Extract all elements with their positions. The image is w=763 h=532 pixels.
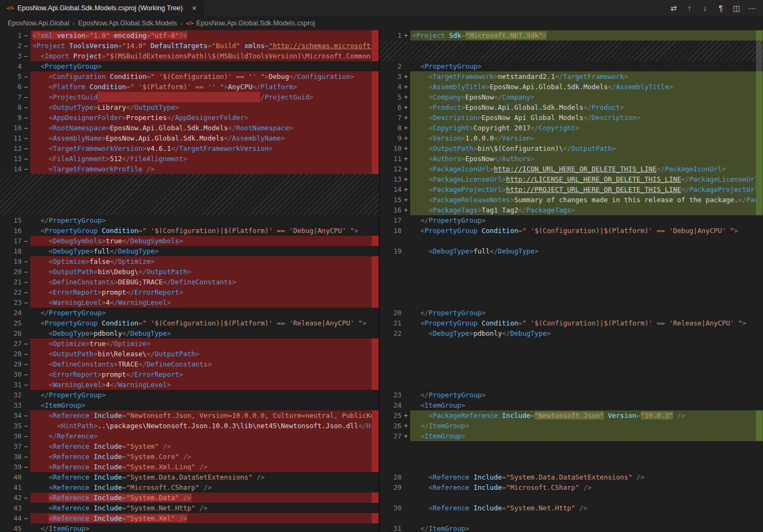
line-number[interactable]: 15 xyxy=(380,195,402,205)
line-number[interactable]: 24 xyxy=(0,308,22,318)
code-text[interactable]: <ItemGroup> xyxy=(30,400,379,410)
line-number[interactable]: 45 xyxy=(0,523,22,532)
code-line-14[interactable]: 14− <TargetFrameworkProfile /> xyxy=(0,164,379,174)
code-line-44[interactable]: 44− <Reference Include="System.Xml" /> xyxy=(0,513,379,523)
code-line-9[interactable]: 9+ <Version>1.0.0.0</Version> xyxy=(380,133,763,143)
code-line-26[interactable]: 26+ </ItemGroup> xyxy=(380,421,763,431)
line-number[interactable]: 2 xyxy=(0,41,22,51)
line-number[interactable]: 25 xyxy=(0,318,22,328)
line-number[interactable]: 23 xyxy=(380,390,402,400)
code-line-40[interactable]: 40 <Reference Include="System.Data.DataS… xyxy=(0,472,379,482)
line-number[interactable]: 9 xyxy=(380,133,402,143)
code-line-43[interactable]: 43 <Reference Include="System.Net.Http" … xyxy=(0,503,379,513)
code-text[interactable]: </ItemGroup> xyxy=(30,523,379,532)
line-number[interactable]: 32 xyxy=(0,390,22,400)
code-text[interactable]: <Reference Include="System.Data.DataSetE… xyxy=(410,472,763,482)
split-editor-icon[interactable]: ◫ xyxy=(731,4,742,12)
code-text[interactable]: <ProjectGuid/ProjectGuid> xyxy=(30,92,379,102)
line-number[interactable]: 16 xyxy=(380,205,402,215)
line-number[interactable]: 14 xyxy=(380,184,402,195)
code-line-31[interactable]: 31 </ItemGroup> xyxy=(380,523,763,532)
close-tab-icon[interactable]: × xyxy=(192,4,196,12)
code-text[interactable]: </PropertyGroup> xyxy=(30,308,379,318)
line-number[interactable]: 15 xyxy=(0,215,22,225)
code-line-16[interactable]: 16 <PropertyGroup Condition=" '$(Configu… xyxy=(0,225,379,236)
code-text[interactable]: <PropertyGroup Condition=" '$(Configurat… xyxy=(30,318,379,328)
code-line-30[interactable]: 30− <ErrorReport>prompt</ErrorReport> xyxy=(0,369,379,380)
code-text[interactable]: <OutputPath>bin\Debug\</OutputPath> xyxy=(30,267,379,277)
code-line-21[interactable]: 21− <DefineConstants>DEBUG;TRACE</Define… xyxy=(0,277,379,287)
code-line-7[interactable]: 7+ <Description>EposNow Api Global Model… xyxy=(380,112,763,123)
line-number[interactable]: 8 xyxy=(380,123,402,133)
line-number[interactable]: 21 xyxy=(380,318,402,328)
code-text[interactable]: <DefineConstants>DEBUG;TRACE</DefineCons… xyxy=(30,277,379,287)
line-number[interactable]: 4 xyxy=(0,61,22,71)
code-line-22[interactable]: 22− <ErrorReport>prompt</ErrorReport> xyxy=(0,287,379,297)
code-text[interactable]: <Reference Include="System.Net.Http" /> xyxy=(410,503,763,513)
line-number[interactable]: 42 xyxy=(0,493,22,503)
code-line-35[interactable]: 35− <HintPath>..\packages\Newtonsoft.Jso… xyxy=(0,421,379,431)
code-line-1[interactable]: 1−<?xml version="1.0" encoding="utf-8"?> xyxy=(0,30,379,41)
code-text[interactable]: <Reference Include="Microsoft.CSharp" /> xyxy=(30,482,379,493)
line-number[interactable]: 43 xyxy=(0,503,22,513)
code-text[interactable]: </PropertyGroup> xyxy=(30,390,379,400)
code-text[interactable]: <PropertyGroup Condition=" '$(Configurat… xyxy=(410,318,763,328)
code-line-27[interactable]: 27− <Optimize>true</Optimize> xyxy=(0,338,379,349)
code-line-25[interactable]: 25 <PropertyGroup Condition=" '$(Configu… xyxy=(0,318,379,328)
code-text[interactable]: <PropertyGroup Condition=" '$(Configurat… xyxy=(410,225,763,236)
line-number[interactable]: 24 xyxy=(380,400,402,410)
code-text[interactable]: <HintPath>..\packages\Newtonsoft.Json.10… xyxy=(30,421,379,431)
code-text[interactable]: <Optimize>true</Optimize> xyxy=(30,338,379,349)
code-line-1[interactable]: 1+<Project Sdk="Microsoft.NET.Sdk"> xyxy=(380,30,763,41)
code-line-2[interactable]: 2 <PropertyGroup> xyxy=(380,61,763,71)
code-text[interactable]: <RootNamespace>EposNow.Api.Global.Sdk.Mo… xyxy=(30,123,379,133)
code-line-27[interactable]: 27+ <ItemGroup> xyxy=(380,431,763,441)
code-text[interactable]: <DebugType>full</DebugType> xyxy=(410,246,763,256)
code-line-24[interactable]: 24 <ItemGroup> xyxy=(380,400,763,410)
code-text[interactable]: </ItemGroup> xyxy=(410,421,763,431)
code-text[interactable]: <PackageProjectUrl>http://PROJECT_URL_HE… xyxy=(410,184,763,195)
code-line-13[interactable]: 13+ <PackageLicenseUrl>http://LICENSE_UR… xyxy=(380,174,763,184)
code-line-11[interactable]: 11+ <Authors>EposNow</Authors> xyxy=(380,154,763,164)
more-actions-icon[interactable]: ⋯ xyxy=(747,4,758,12)
code-text[interactable]: <TargetFramework>netstandard2.1</TargetF… xyxy=(410,71,763,82)
code-line-18[interactable]: 18 <DebugType>full</DebugType> xyxy=(0,246,379,256)
line-number[interactable]: 17 xyxy=(0,236,22,246)
line-number[interactable]: 31 xyxy=(380,523,402,532)
line-number[interactable]: 5 xyxy=(0,71,22,82)
line-number[interactable]: 12 xyxy=(380,164,402,174)
code-text[interactable]: <PackageLicenseUrl>http://LICENSE_URL_HE… xyxy=(410,174,763,184)
code-line-20[interactable]: 20− <OutputPath>bin\Debug\</OutputPath> xyxy=(0,267,379,277)
line-number[interactable]: 25 xyxy=(380,410,402,421)
code-text[interactable]: </PropertyGroup> xyxy=(30,215,379,225)
code-text[interactable]: <Reference Include="System" /> xyxy=(30,441,379,451)
code-text[interactable]: <Copyright>Copyright 2017</Copyright> xyxy=(410,123,763,133)
code-text[interactable]: </Reference> xyxy=(30,431,379,441)
line-number[interactable]: 19 xyxy=(380,246,402,256)
line-number[interactable]: 28 xyxy=(380,472,402,482)
code-text[interactable]: <Configuration Condition=" '$(Configurat… xyxy=(30,71,379,82)
code-line-13[interactable]: 13− <FileAlignment>512</FileAlignment> xyxy=(0,154,379,164)
code-text[interactable]: <FileAlignment>512</FileAlignment> xyxy=(30,154,379,164)
line-number[interactable]: 29 xyxy=(380,482,402,493)
open-changes-icon[interactable]: ⇄ xyxy=(668,4,679,12)
code-text[interactable]: <WarningLevel>4</WarningLevel> xyxy=(30,297,379,308)
code-line-17[interactable]: 17 </PropertyGroup> xyxy=(380,215,763,225)
code-line-24[interactable]: 24 </PropertyGroup> xyxy=(0,308,379,318)
code-line-11[interactable]: 11− <AssemblyName>EposNow.Api.Global.Sdk… xyxy=(0,133,379,143)
line-number[interactable]: 6 xyxy=(380,102,402,112)
code-line-20[interactable]: 20 </PropertyGroup> xyxy=(380,308,763,318)
code-text[interactable]: <PackageReleaseNotes>Summary of changes … xyxy=(410,195,763,205)
line-number[interactable]: 14 xyxy=(0,164,22,174)
code-line-18[interactable]: 18 <PropertyGroup Condition=" '$(Configu… xyxy=(380,225,763,236)
code-line-33[interactable]: 33 <ItemGroup> xyxy=(0,400,379,410)
toggle-whitespace-icon[interactable]: ¶ xyxy=(715,4,726,12)
line-number[interactable]: 3 xyxy=(0,51,22,61)
code-text[interactable]: <Authors>EposNow</Authors> xyxy=(410,154,763,164)
line-number[interactable]: 22 xyxy=(0,287,22,297)
code-line-31[interactable]: 31− <WarningLevel>4</WarningLevel> xyxy=(0,380,379,390)
code-line-5[interactable]: 5− <Configuration Condition=" '$(Configu… xyxy=(0,71,379,82)
line-number[interactable]: 39 xyxy=(0,462,22,472)
code-text[interactable]: <ErrorReport>prompt</ErrorReport> xyxy=(30,369,379,380)
line-number[interactable]: 29 xyxy=(0,359,22,369)
